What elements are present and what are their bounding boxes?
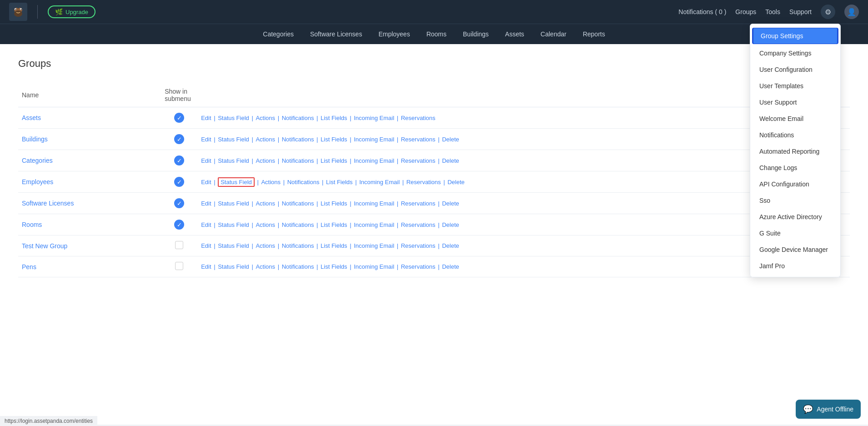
action-link-reservations[interactable]: Reservations bbox=[401, 242, 436, 249]
dropdown-item-9[interactable]: API Configuration bbox=[750, 176, 840, 192]
dropdown-item-5[interactable]: Welcome Email bbox=[750, 110, 840, 127]
action-link-notifications[interactable]: Notifications bbox=[282, 157, 314, 164]
action-link-reservations[interactable]: Reservations bbox=[401, 157, 436, 164]
action-link-notifications[interactable]: Notifications bbox=[287, 179, 320, 185]
support-link[interactable]: Support bbox=[789, 8, 812, 15]
action-link-incoming-email[interactable]: Incoming Email bbox=[354, 136, 394, 143]
action-link-list-fields[interactable]: List Fields bbox=[321, 242, 347, 249]
action-link-list-fields[interactable]: List Fields bbox=[321, 115, 347, 121]
group-name-link[interactable]: Pens bbox=[22, 263, 36, 271]
action-link-reservations[interactable]: Reservations bbox=[401, 263, 436, 270]
action-link-edit[interactable]: Edit bbox=[201, 242, 211, 249]
action-link-list-fields[interactable]: List Fields bbox=[321, 263, 347, 270]
dropdown-item-2[interactable]: User Configuration bbox=[750, 61, 840, 78]
dropdown-item-12[interactable]: G Suite bbox=[750, 225, 840, 241]
action-link-edit[interactable]: Edit bbox=[201, 179, 211, 185]
dropdown-item-10[interactable]: Sso bbox=[750, 192, 840, 209]
group-name-link[interactable]: Employees bbox=[22, 178, 53, 185]
action-link-status-field[interactable]: Status Field bbox=[218, 221, 249, 228]
dropdown-item-6[interactable]: Notifications bbox=[750, 127, 840, 143]
action-link-delete[interactable]: Delete bbox=[442, 263, 459, 270]
action-link-delete[interactable]: Delete bbox=[442, 136, 459, 143]
action-link-reservations[interactable]: Reservations bbox=[401, 200, 436, 207]
action-link-delete[interactable]: Delete bbox=[447, 179, 465, 185]
dropdown-item-1[interactable]: Company Settings bbox=[750, 45, 840, 61]
subnav-calendar[interactable]: Calendar bbox=[532, 24, 575, 44]
action-link-actions[interactable]: Actions bbox=[256, 136, 275, 143]
action-link-actions[interactable]: Actions bbox=[256, 221, 275, 228]
app-logo[interactable] bbox=[9, 3, 27, 21]
action-link-incoming-email[interactable]: Incoming Email bbox=[354, 157, 394, 164]
dropdown-item-13[interactable]: Google Device Manager bbox=[750, 241, 840, 258]
notifications-link[interactable]: Notifications ( 0 ) bbox=[678, 8, 726, 15]
action-link-list-fields[interactable]: List Fields bbox=[321, 200, 347, 207]
action-link-reservations[interactable]: Reservations bbox=[401, 136, 436, 143]
action-link-incoming-email[interactable]: Incoming Email bbox=[354, 263, 394, 270]
action-link-actions[interactable]: Actions bbox=[256, 200, 275, 207]
group-name-link[interactable]: Assets bbox=[22, 114, 41, 121]
action-link-delete[interactable]: Delete bbox=[442, 242, 459, 249]
dropdown-item-0[interactable]: Group Settings bbox=[752, 28, 838, 44]
action-link-notifications[interactable]: Notifications bbox=[282, 221, 314, 228]
action-link-reservations[interactable]: Reservations bbox=[401, 221, 436, 228]
action-link-notifications[interactable]: Notifications bbox=[282, 242, 314, 249]
group-name-link[interactable]: Software Licenses bbox=[22, 200, 74, 207]
action-link-status-field[interactable]: Status Field bbox=[218, 200, 249, 207]
action-link-notifications[interactable]: Notifications bbox=[282, 136, 314, 143]
action-link-actions[interactable]: Actions bbox=[261, 179, 281, 185]
action-link-edit[interactable]: Edit bbox=[201, 136, 211, 143]
action-link-edit[interactable]: Edit bbox=[201, 115, 211, 121]
subnav-software-licenses[interactable]: Software Licenses bbox=[302, 24, 370, 44]
action-link-incoming-email[interactable]: Incoming Email bbox=[359, 179, 400, 185]
action-link-incoming-email[interactable]: Incoming Email bbox=[354, 200, 394, 207]
action-link-list-fields[interactable]: List Fields bbox=[321, 136, 347, 143]
action-link-list-fields[interactable]: List Fields bbox=[321, 221, 347, 228]
action-link-actions[interactable]: Actions bbox=[256, 115, 275, 121]
empty-checkbox[interactable] bbox=[175, 262, 183, 270]
subnav-categories[interactable]: Categories bbox=[255, 24, 302, 44]
action-link-notifications[interactable]: Notifications bbox=[282, 200, 314, 207]
dropdown-item-14[interactable]: Jamf Pro bbox=[750, 258, 840, 274]
dropdown-item-4[interactable]: User Support bbox=[750, 94, 840, 110]
user-avatar[interactable]: 👤 bbox=[844, 5, 859, 19]
empty-checkbox[interactable] bbox=[175, 241, 183, 249]
action-link-delete[interactable]: Delete bbox=[442, 221, 459, 228]
action-link-incoming-email[interactable]: Incoming Email bbox=[354, 221, 394, 228]
action-link-delete[interactable]: Delete bbox=[442, 200, 459, 207]
action-link-incoming-email[interactable]: Incoming Email bbox=[354, 115, 394, 121]
action-link-status-field[interactable]: Status Field bbox=[218, 242, 249, 249]
action-link-reservations[interactable]: Reservations bbox=[401, 115, 436, 121]
action-link-delete[interactable]: Delete bbox=[442, 157, 459, 164]
group-name-link[interactable]: Rooms bbox=[22, 221, 42, 228]
group-name-link[interactable]: Test New Group bbox=[22, 242, 67, 250]
action-link-actions[interactable]: Actions bbox=[256, 263, 275, 270]
action-link-status-field[interactable]: Status Field bbox=[218, 157, 249, 164]
action-link-status-field[interactable]: Status Field bbox=[218, 115, 249, 121]
action-link-notifications[interactable]: Notifications bbox=[282, 263, 314, 270]
tools-link[interactable]: Tools bbox=[765, 8, 780, 15]
dropdown-item-3[interactable]: User Templates bbox=[750, 78, 840, 94]
action-link-actions[interactable]: Actions bbox=[256, 242, 275, 249]
dropdown-item-11[interactable]: Azure Active Directory bbox=[750, 209, 840, 225]
action-link-edit[interactable]: Edit bbox=[201, 157, 211, 164]
subnav-buildings[interactable]: Buildings bbox=[455, 24, 497, 44]
action-link-list-fields[interactable]: List Fields bbox=[321, 157, 347, 164]
action-link-edit[interactable]: Edit bbox=[201, 221, 211, 228]
action-link-status-field[interactable]: Status Field bbox=[218, 263, 249, 270]
action-link-list-fields[interactable]: List Fields bbox=[326, 179, 353, 185]
action-link-notifications[interactable]: Notifications bbox=[282, 115, 314, 121]
subnav-assets[interactable]: Assets bbox=[497, 24, 532, 44]
subnav-rooms[interactable]: Rooms bbox=[418, 24, 455, 44]
upgrade-button[interactable]: 🌿 Upgrade bbox=[48, 5, 95, 18]
action-link-actions[interactable]: Actions bbox=[256, 157, 275, 164]
action-link-edit[interactable]: Edit bbox=[201, 200, 211, 207]
groups-link[interactable]: Groups bbox=[735, 8, 756, 15]
chat-widget[interactable]: 💬 Agent Offline bbox=[796, 400, 861, 419]
action-link-reservations[interactable]: Reservations bbox=[406, 179, 441, 185]
action-link-status-field[interactable]: Status Field bbox=[218, 136, 249, 143]
dropdown-item-8[interactable]: Change Logs bbox=[750, 160, 840, 176]
action-link-edit[interactable]: Edit bbox=[201, 263, 211, 270]
dropdown-item-7[interactable]: Automated Reporting bbox=[750, 143, 840, 160]
settings-icon-button[interactable]: ⚙ bbox=[821, 5, 835, 19]
subnav-employees[interactable]: Employees bbox=[370, 24, 418, 44]
